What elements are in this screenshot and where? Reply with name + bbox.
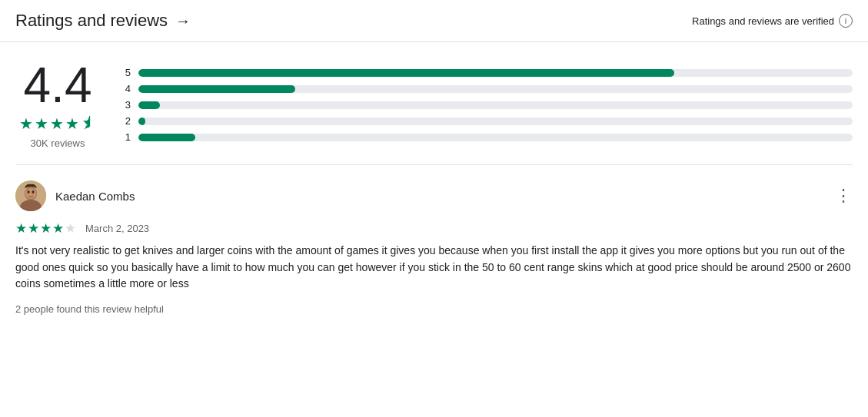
review-date: March 2, 2023 <box>85 223 149 234</box>
svg-point-4 <box>28 190 30 194</box>
rating-bars: 54321 <box>123 67 853 143</box>
bar-track <box>138 101 853 109</box>
star-5: ⯨ <box>81 114 96 133</box>
star-2: ★ <box>35 114 48 133</box>
bar-fill <box>138 101 160 109</box>
review-stars: ★ ★ ★ ★ ★ <box>15 220 76 237</box>
star-4: ★ <box>65 114 79 133</box>
review-star-5: ★ <box>65 220 76 237</box>
star-1: ★ <box>19 114 33 133</box>
bar-row: 3 <box>123 99 853 111</box>
star-3: ★ <box>50 114 64 133</box>
bar-label: 2 <box>123 115 131 127</box>
bar-track <box>138 117 853 125</box>
rating-score: 4.4 <box>24 61 92 110</box>
bar-fill <box>138 134 195 141</box>
bar-track <box>138 69 853 77</box>
review-star-1: ★ <box>15 220 27 237</box>
bar-label: 5 <box>123 67 131 78</box>
bar-row: 2 <box>123 115 853 127</box>
bar-fill <box>138 85 295 93</box>
bar-fill <box>138 117 145 125</box>
review-card: Kaedan Combs ⋮ ★ ★ ★ ★ ★ March 2, 2023 I… <box>0 165 868 327</box>
reviews-count: 30K reviews <box>31 137 85 149</box>
bar-fill <box>138 69 674 77</box>
bar-row: 1 <box>123 131 853 143</box>
ratings-header: Ratings and reviews → Ratings and review… <box>0 0 868 42</box>
reviewer-name: Kaedan Combs <box>55 190 135 203</box>
review-meta: ★ ★ ★ ★ ★ March 2, 2023 <box>15 220 853 237</box>
ratings-section: 4.4 ★ ★ ★ ★ ⯨ 30K reviews 54321 <box>0 42 868 164</box>
bar-track <box>138 134 853 141</box>
svg-point-5 <box>32 190 35 194</box>
arrow-icon[interactable]: → <box>175 12 191 30</box>
review-star-3: ★ <box>40 220 52 237</box>
reviewer-left: Kaedan Combs <box>15 180 135 211</box>
avatar <box>15 180 46 211</box>
bar-label: 1 <box>123 131 131 143</box>
bar-label: 3 <box>123 99 131 111</box>
review-text: It's not very realistic to get knives an… <box>15 243 853 293</box>
header-left: Ratings and reviews → <box>15 11 191 31</box>
reviewer-header: Kaedan Combs ⋮ <box>15 180 853 211</box>
helpful-text: 2 people found this review helpful <box>15 303 853 315</box>
overall-rating: 4.4 ★ ★ ★ ★ ⯨ 30K reviews <box>15 61 100 149</box>
bar-label: 4 <box>123 83 131 94</box>
bar-row: 5 <box>123 67 853 78</box>
bar-track <box>138 85 853 93</box>
info-icon[interactable]: i <box>839 14 853 28</box>
review-star-2: ★ <box>28 220 39 237</box>
more-options-icon[interactable]: ⋮ <box>835 190 853 201</box>
bar-row: 4 <box>123 83 853 94</box>
verified-text: Ratings and reviews are verified <box>692 15 834 27</box>
review-star-4: ★ <box>52 220 64 237</box>
rating-stars: ★ ★ ★ ★ ⯨ <box>19 114 96 133</box>
page-title: Ratings and reviews <box>15 11 168 31</box>
header-right: Ratings and reviews are verified i <box>692 14 853 28</box>
